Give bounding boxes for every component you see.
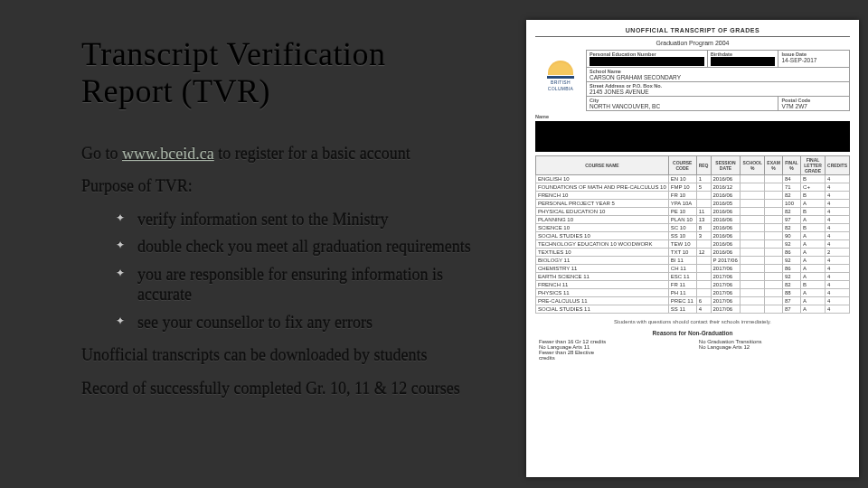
table-cell bbox=[765, 232, 783, 240]
table-cell: 4 bbox=[826, 192, 850, 200]
bullet-text: you are responsible for ensuring informa… bbox=[137, 266, 443, 305]
table-cell bbox=[765, 257, 783, 265]
table-cell: 88 bbox=[783, 289, 801, 297]
table-cell bbox=[696, 265, 711, 273]
table-cell: FRENCH 10 bbox=[536, 192, 669, 200]
table-cell: ESC 11 bbox=[668, 273, 696, 281]
table-cell bbox=[765, 240, 783, 249]
table-cell: CHEMISTRY 11 bbox=[536, 265, 669, 273]
table-cell: PLAN 10 bbox=[668, 216, 696, 224]
redacted-birth bbox=[711, 57, 776, 66]
table-cell: 4 bbox=[826, 257, 850, 265]
course-col-header: CREDITS bbox=[826, 156, 850, 175]
table-cell: 2016/06 bbox=[711, 249, 741, 257]
table-cell: SS 11 bbox=[668, 305, 696, 314]
course-col-header: REQ bbox=[696, 156, 711, 175]
table-cell: TEXTILES 10 bbox=[536, 249, 669, 257]
bullet-text: double check you meet all graduation req… bbox=[137, 238, 471, 256]
table-cell: 82 bbox=[783, 208, 801, 216]
value-school: CARSON GRAHAM SECONDARY bbox=[590, 74, 846, 80]
value-address: 2145 JONES AVENUE bbox=[590, 89, 846, 95]
table-cell: PHYSICAL EDUCATION 10 bbox=[536, 208, 669, 216]
table-cell bbox=[741, 208, 765, 216]
table-cell bbox=[765, 200, 783, 208]
table-cell: 6 bbox=[696, 297, 711, 305]
course-col-header: COURSE NAME bbox=[536, 156, 669, 175]
course-col-header: FINAL % bbox=[783, 156, 801, 175]
table-cell: 87 bbox=[783, 305, 801, 314]
table-cell: 4 bbox=[826, 265, 850, 273]
purpose-bullets: verify information sent to the Ministry … bbox=[116, 210, 497, 333]
table-cell: P 2017/06 bbox=[711, 257, 741, 265]
table-cell bbox=[741, 257, 765, 265]
table-cell bbox=[765, 183, 783, 192]
table-cell: A bbox=[801, 232, 826, 240]
logo-text-1: BRITISH bbox=[551, 80, 571, 85]
table-cell bbox=[765, 297, 783, 305]
table-cell: PH 11 bbox=[668, 289, 696, 297]
table-cell: A bbox=[801, 297, 826, 305]
title-line-1: Transcript Verification bbox=[81, 36, 385, 72]
table-cell bbox=[696, 257, 711, 265]
transcript-document: UNOFFICIAL TRANSCRIPT OF GRADES Graduati… bbox=[526, 20, 859, 477]
table-cell bbox=[765, 216, 783, 224]
redacted-pen bbox=[590, 57, 704, 66]
table-cell bbox=[765, 192, 783, 200]
table-cell: 2017/06 bbox=[711, 289, 741, 297]
transcript-title: UNOFFICIAL TRANSCRIPT OF GRADES bbox=[535, 27, 850, 37]
table-cell: SOCIAL STUDIES 11 bbox=[536, 305, 669, 314]
table-row: FRENCH 11FR 112017/0682B4 bbox=[536, 281, 850, 289]
table-row: PRE-CALCULUS 11PREC 1162017/0687A4 bbox=[536, 297, 850, 305]
table-cell: 3 bbox=[696, 232, 711, 240]
table-row: PERSONAL PROJECT YEAR 5YPA 10A2016/05100… bbox=[536, 200, 850, 208]
table-cell: 2017/06 bbox=[711, 265, 741, 273]
table-cell: ENGLISH 10 bbox=[536, 175, 669, 183]
table-row: SOCIAL STUDIES 11SS 1142017/0687A4 bbox=[536, 305, 850, 314]
table-cell: 1 bbox=[696, 175, 711, 183]
table-cell bbox=[741, 297, 765, 305]
purpose-heading: Purpose of TVR: bbox=[81, 176, 497, 197]
table-cell: 4 bbox=[826, 200, 850, 208]
table-cell: 4 bbox=[826, 216, 850, 224]
table-row: TECHNOLOGY EDUCATION 10 WOODWORKTEW 1020… bbox=[536, 240, 850, 249]
table-cell bbox=[741, 305, 765, 314]
table-cell: 13 bbox=[696, 216, 711, 224]
table-cell: 2017/06 bbox=[711, 281, 741, 289]
table-row: BIOLOGY 11BI 11P 2017/0692A4 bbox=[536, 257, 850, 265]
bceid-link[interactable]: www.bceid.ca bbox=[122, 145, 214, 163]
table-cell: 4 bbox=[826, 208, 850, 216]
table-cell: 92 bbox=[783, 240, 801, 249]
table-cell: 86 bbox=[783, 249, 801, 257]
table-cell: A bbox=[801, 305, 826, 314]
table-cell: 4 bbox=[826, 175, 850, 183]
table-row: PLANNING 10PLAN 10132016/0697A4 bbox=[536, 216, 850, 224]
table-cell: A bbox=[801, 265, 826, 273]
bullet-text: verify information sent to the Ministry bbox=[137, 211, 388, 229]
reasons-block: Fewer than 16 Gr 12 creditsNo Language A… bbox=[535, 339, 850, 361]
table-cell: 11 bbox=[696, 208, 711, 216]
table-cell: YPA 10A bbox=[668, 200, 696, 208]
table-cell: PRE-CALCULUS 11 bbox=[536, 297, 669, 305]
table-cell: 2016/05 bbox=[711, 200, 741, 208]
table-cell: FR 10 bbox=[668, 192, 696, 200]
table-cell: 2016/06 bbox=[711, 224, 741, 232]
table-cell: EARTH SCIENCE 11 bbox=[536, 273, 669, 281]
table-cell: 2016/06 bbox=[711, 208, 741, 216]
course-col-header: FINAL LETTER GRADE bbox=[801, 156, 826, 175]
table-cell: SS 10 bbox=[668, 232, 696, 240]
course-col-header: COURSE CODE bbox=[668, 156, 696, 175]
table-cell: FRENCH 11 bbox=[536, 281, 669, 289]
transcript-header-grid: Personal Education Number Birthdate Issu… bbox=[586, 50, 850, 111]
table-cell: 92 bbox=[783, 257, 801, 265]
redacted-name bbox=[535, 121, 850, 152]
table-cell: 2017/06 bbox=[711, 273, 741, 281]
table-cell: PE 10 bbox=[668, 208, 696, 216]
table-cell: EN 10 bbox=[668, 175, 696, 183]
table-cell bbox=[765, 265, 783, 273]
course-table: COURSE NAMECOURSE CODEREQSESSION DATESCH… bbox=[535, 155, 850, 314]
table-cell bbox=[696, 192, 711, 200]
value-city: NORTH VANCOUVER, BC bbox=[590, 103, 775, 109]
list-item: see your counsellor to fix any errors bbox=[116, 313, 497, 333]
title-line-2: Report (TVR) bbox=[81, 73, 270, 109]
table-cell bbox=[741, 192, 765, 200]
